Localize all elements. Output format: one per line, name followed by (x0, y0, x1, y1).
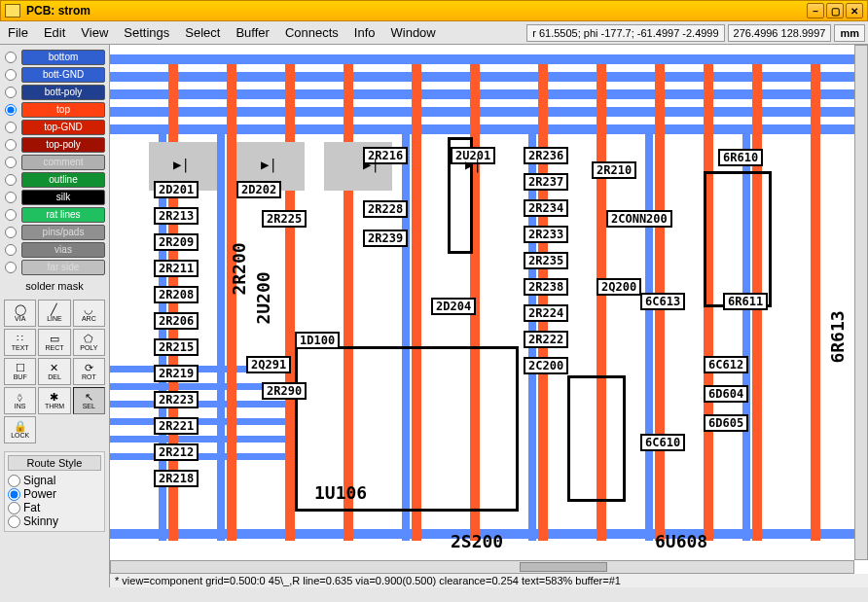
maximize-button[interactable]: ▢ (826, 3, 844, 18)
ref-2R221: 2R221 (154, 417, 199, 435)
arc-icon: ◡ (84, 304, 93, 315)
ref-2R237: 2R237 (524, 173, 568, 191)
tool-label: ARC (82, 315, 96, 322)
tool-buf[interactable]: ☐BUF (4, 358, 36, 385)
tool-via[interactable]: ◯VIA (4, 300, 36, 327)
layer-radio-silk[interactable] (5, 192, 17, 203)
ref-6U608: 6U608 (655, 531, 707, 551)
tool-label: SEL (83, 403, 95, 409)
tool-lock[interactable]: 🔒LOCK (4, 416, 36, 443)
menu-settings[interactable]: Settings (116, 25, 177, 40)
units-label[interactable]: mm (834, 24, 865, 42)
tool-ins[interactable]: ⎀INS (4, 387, 36, 414)
ref-2R222: 2R222 (524, 331, 568, 348)
ref-2R223: 2R223 (154, 391, 199, 408)
layer-button-rat lines[interactable]: rat lines (21, 207, 105, 223)
ref-6D604: 6D604 (704, 385, 748, 403)
layer-button-comment[interactable]: comment (21, 155, 105, 170)
layer-radio-bottom[interactable] (5, 52, 17, 63)
tool-arc[interactable]: ◡ARC (73, 300, 105, 327)
layer-radio-bott-GND[interactable] (5, 69, 17, 81)
rot-icon: ⟳ (85, 363, 93, 373)
pcb-canvas[interactable]: 2D2012R2132R2092R2112R2082R2062R2152R219… (110, 45, 854, 560)
layer-button-top[interactable]: top (21, 102, 105, 118)
route-fat[interactable]: Fat (8, 501, 101, 514)
ref-6C612: 6C612 (704, 356, 748, 373)
ref-2R290: 2R290 (262, 382, 307, 400)
ref-2R238: 2R238 (524, 278, 568, 296)
ref-2Q291: 2Q291 (246, 356, 291, 373)
route-power[interactable]: Power (8, 487, 101, 501)
layer-button-far side[interactable]: far side (21, 260, 105, 275)
layer-button-vias[interactable]: vias (21, 242, 105, 258)
tool-text[interactable]: ∷TEXT (4, 329, 36, 356)
ref-6D605: 6D605 (704, 414, 748, 432)
route-style-header[interactable]: Route Style (8, 455, 101, 471)
ref-2R225: 2R225 (262, 210, 307, 228)
ref-2D204: 2D204 (431, 298, 476, 315)
close-button[interactable]: ✕ (846, 3, 863, 18)
tool-rot[interactable]: ⟳ROT (73, 358, 105, 385)
layer-radio-bott-poly[interactable] (5, 87, 17, 98)
route-label: Signal (23, 474, 55, 487)
ref-2R235: 2R235 (524, 252, 568, 269)
layer-radio-top-GND[interactable] (5, 122, 17, 133)
ref-2R208: 2R208 (154, 286, 199, 303)
scrollbar-thumb[interactable] (520, 562, 607, 572)
vertical-scrollbar[interactable] (854, 45, 868, 560)
menu-window[interactable]: Window (383, 25, 444, 40)
tool-rect[interactable]: ▭RECT (38, 329, 70, 356)
tool-poly[interactable]: ⬠POLY (73, 329, 105, 356)
layer-button-bottom[interactable]: bottom (21, 50, 105, 65)
layer-radio-pins/pads[interactable] (5, 227, 17, 238)
menu-edit[interactable]: Edit (36, 25, 73, 40)
layer-row-silk: silk (4, 189, 105, 206)
layer-button-pins/pads[interactable]: pins/pads (21, 225, 105, 240)
layer-radio-top[interactable] (5, 104, 17, 116)
layer-radio-top-poly[interactable] (5, 139, 17, 151)
layer-radio-far side[interactable] (5, 262, 17, 273)
route-label: Skinny (23, 514, 58, 528)
layer-button-bott-GND[interactable]: bott-GND (21, 67, 105, 83)
line-icon: ╱ (51, 304, 57, 315)
layer-button-silk[interactable]: silk (21, 190, 105, 205)
solder-mask-label[interactable]: solder mask (4, 278, 105, 294)
layer-radio-rat lines[interactable] (5, 209, 17, 221)
menu-select[interactable]: Select (177, 25, 228, 40)
menu-info[interactable]: Info (346, 25, 383, 40)
tool-line[interactable]: ╱LINE (38, 300, 70, 327)
layer-button-bott-poly[interactable]: bott-poly (21, 85, 105, 100)
menu-view[interactable]: View (73, 25, 116, 40)
layer-button-top-poly[interactable]: top-poly (21, 137, 105, 153)
route-radio-fat[interactable] (8, 502, 20, 514)
ref-2R206: 2R206 (154, 312, 199, 330)
horizontal-scrollbar[interactable] (110, 560, 854, 574)
route-radio-power[interactable] (8, 488, 20, 501)
tool-sel[interactable]: ↖SEL (73, 387, 105, 414)
menu-connects[interactable]: Connects (277, 25, 346, 40)
menu-file[interactable]: File (0, 25, 36, 40)
route-radio-skinny[interactable] (8, 515, 20, 528)
ref-2S200: 2S200 (451, 531, 503, 551)
tool-label: LOCK (11, 432, 29, 439)
ref-2R233: 2R233 (524, 226, 568, 243)
ref-1D100: 1D100 (295, 332, 340, 349)
canvas-area: 2D2012R2132R2092R2112R2082R2062R2152R219… (109, 45, 868, 587)
ref-2R236: 2R236 (524, 147, 568, 164)
tool-thrm[interactable]: ✱THRM (38, 387, 70, 414)
layer-button-outline[interactable]: outline (21, 172, 105, 188)
diode-icon: ▶| (363, 157, 380, 172)
ref-2R234: 2R234 (524, 199, 568, 217)
menu-buffer[interactable]: Buffer (228, 25, 276, 40)
layer-radio-outline[interactable] (5, 174, 17, 186)
tool-del[interactable]: ✕DEL (38, 358, 70, 385)
layer-radio-vias[interactable] (5, 244, 17, 256)
layer-button-top-GND[interactable]: top-GND (21, 120, 105, 135)
route-radio-signal[interactable] (8, 475, 20, 487)
route-skinny[interactable]: Skinny (8, 514, 101, 528)
route-signal[interactable]: Signal (8, 474, 101, 487)
ref-2R228: 2R228 (363, 200, 408, 218)
route-label: Fat (23, 501, 40, 514)
layer-radio-comment[interactable] (5, 157, 17, 168)
minimize-button[interactable]: – (807, 3, 824, 18)
